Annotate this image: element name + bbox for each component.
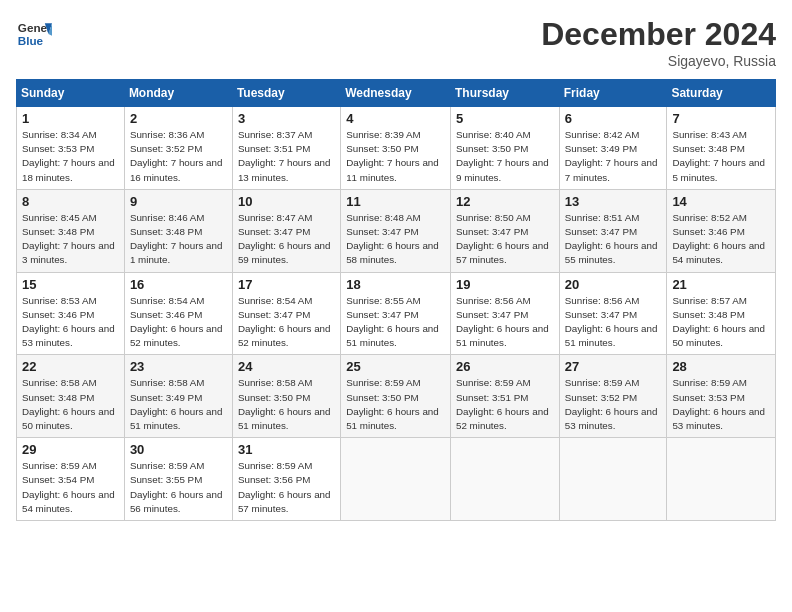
calendar-cell: 2Sunrise: 8:36 AMSunset: 3:52 PMDaylight… [124, 107, 232, 190]
calendar-cell: 12Sunrise: 8:50 AMSunset: 3:47 PMDayligh… [451, 189, 560, 272]
day-number: 30 [130, 442, 227, 457]
day-info: Sunrise: 8:59 AMSunset: 3:51 PMDaylight:… [456, 376, 554, 433]
day-number: 17 [238, 277, 335, 292]
day-info: Sunrise: 8:51 AMSunset: 3:47 PMDaylight:… [565, 211, 662, 268]
day-number: 16 [130, 277, 227, 292]
day-info: Sunrise: 8:36 AMSunset: 3:52 PMDaylight:… [130, 128, 227, 185]
day-info: Sunrise: 8:54 AMSunset: 3:47 PMDaylight:… [238, 294, 335, 351]
calendar-cell: 22Sunrise: 8:58 AMSunset: 3:48 PMDayligh… [17, 355, 125, 438]
day-number: 7 [672, 111, 770, 126]
day-number: 24 [238, 359, 335, 374]
calendar-week-row: 22Sunrise: 8:58 AMSunset: 3:48 PMDayligh… [17, 355, 776, 438]
calendar-cell: 13Sunrise: 8:51 AMSunset: 3:47 PMDayligh… [559, 189, 667, 272]
day-info: Sunrise: 8:34 AMSunset: 3:53 PMDaylight:… [22, 128, 119, 185]
day-number: 15 [22, 277, 119, 292]
day-number: 5 [456, 111, 554, 126]
day-info: Sunrise: 8:53 AMSunset: 3:46 PMDaylight:… [22, 294, 119, 351]
day-info: Sunrise: 8:59 AMSunset: 3:50 PMDaylight:… [346, 376, 445, 433]
calendar-cell: 26Sunrise: 8:59 AMSunset: 3:51 PMDayligh… [451, 355, 560, 438]
day-info: Sunrise: 8:56 AMSunset: 3:47 PMDaylight:… [565, 294, 662, 351]
logo-icon: General Blue [16, 16, 52, 52]
day-number: 14 [672, 194, 770, 209]
logo: General Blue [16, 16, 52, 52]
calendar-table: SundayMondayTuesdayWednesdayThursdayFrid… [16, 79, 776, 521]
calendar-cell: 9Sunrise: 8:46 AMSunset: 3:48 PMDaylight… [124, 189, 232, 272]
calendar-cell: 24Sunrise: 8:58 AMSunset: 3:50 PMDayligh… [232, 355, 340, 438]
day-info: Sunrise: 8:59 AMSunset: 3:56 PMDaylight:… [238, 459, 335, 516]
day-info: Sunrise: 8:58 AMSunset: 3:48 PMDaylight:… [22, 376, 119, 433]
calendar-cell: 5Sunrise: 8:40 AMSunset: 3:50 PMDaylight… [451, 107, 560, 190]
calendar-cell [559, 438, 667, 521]
calendar-cell: 3Sunrise: 8:37 AMSunset: 3:51 PMDaylight… [232, 107, 340, 190]
calendar-cell: 17Sunrise: 8:54 AMSunset: 3:47 PMDayligh… [232, 272, 340, 355]
day-header-thursday: Thursday [451, 80, 560, 107]
location: Sigayevo, Russia [541, 53, 776, 69]
day-info: Sunrise: 8:59 AMSunset: 3:55 PMDaylight:… [130, 459, 227, 516]
calendar-cell: 27Sunrise: 8:59 AMSunset: 3:52 PMDayligh… [559, 355, 667, 438]
day-number: 1 [22, 111, 119, 126]
day-number: 19 [456, 277, 554, 292]
day-number: 22 [22, 359, 119, 374]
calendar-cell: 30Sunrise: 8:59 AMSunset: 3:55 PMDayligh… [124, 438, 232, 521]
day-info: Sunrise: 8:58 AMSunset: 3:49 PMDaylight:… [130, 376, 227, 433]
day-number: 9 [130, 194, 227, 209]
day-number: 3 [238, 111, 335, 126]
calendar-cell: 10Sunrise: 8:47 AMSunset: 3:47 PMDayligh… [232, 189, 340, 272]
day-info: Sunrise: 8:56 AMSunset: 3:47 PMDaylight:… [456, 294, 554, 351]
day-number: 13 [565, 194, 662, 209]
day-info: Sunrise: 8:39 AMSunset: 3:50 PMDaylight:… [346, 128, 445, 185]
day-number: 20 [565, 277, 662, 292]
calendar-week-row: 29Sunrise: 8:59 AMSunset: 3:54 PMDayligh… [17, 438, 776, 521]
calendar-cell: 31Sunrise: 8:59 AMSunset: 3:56 PMDayligh… [232, 438, 340, 521]
calendar-cell: 8Sunrise: 8:45 AMSunset: 3:48 PMDaylight… [17, 189, 125, 272]
day-header-sunday: Sunday [17, 80, 125, 107]
day-number: 26 [456, 359, 554, 374]
calendar-week-row: 8Sunrise: 8:45 AMSunset: 3:48 PMDaylight… [17, 189, 776, 272]
day-info: Sunrise: 8:43 AMSunset: 3:48 PMDaylight:… [672, 128, 770, 185]
day-header-tuesday: Tuesday [232, 80, 340, 107]
day-info: Sunrise: 8:45 AMSunset: 3:48 PMDaylight:… [22, 211, 119, 268]
day-info: Sunrise: 8:59 AMSunset: 3:53 PMDaylight:… [672, 376, 770, 433]
day-number: 11 [346, 194, 445, 209]
calendar-cell: 19Sunrise: 8:56 AMSunset: 3:47 PMDayligh… [451, 272, 560, 355]
day-header-saturday: Saturday [667, 80, 776, 107]
calendar-cell: 23Sunrise: 8:58 AMSunset: 3:49 PMDayligh… [124, 355, 232, 438]
calendar-cell: 16Sunrise: 8:54 AMSunset: 3:46 PMDayligh… [124, 272, 232, 355]
day-number: 4 [346, 111, 445, 126]
day-number: 6 [565, 111, 662, 126]
svg-text:Blue: Blue [18, 34, 44, 47]
calendar-week-row: 1Sunrise: 8:34 AMSunset: 3:53 PMDaylight… [17, 107, 776, 190]
calendar-cell: 7Sunrise: 8:43 AMSunset: 3:48 PMDaylight… [667, 107, 776, 190]
day-header-wednesday: Wednesday [341, 80, 451, 107]
calendar-cell: 11Sunrise: 8:48 AMSunset: 3:47 PMDayligh… [341, 189, 451, 272]
day-info: Sunrise: 8:50 AMSunset: 3:47 PMDaylight:… [456, 211, 554, 268]
day-info: Sunrise: 8:55 AMSunset: 3:47 PMDaylight:… [346, 294, 445, 351]
day-info: Sunrise: 8:40 AMSunset: 3:50 PMDaylight:… [456, 128, 554, 185]
day-info: Sunrise: 8:54 AMSunset: 3:46 PMDaylight:… [130, 294, 227, 351]
day-number: 31 [238, 442, 335, 457]
day-info: Sunrise: 8:59 AMSunset: 3:54 PMDaylight:… [22, 459, 119, 516]
title-block: December 2024 Sigayevo, Russia [541, 16, 776, 69]
calendar-cell: 4Sunrise: 8:39 AMSunset: 3:50 PMDaylight… [341, 107, 451, 190]
day-number: 21 [672, 277, 770, 292]
day-number: 2 [130, 111, 227, 126]
day-info: Sunrise: 8:47 AMSunset: 3:47 PMDaylight:… [238, 211, 335, 268]
day-header-monday: Monday [124, 80, 232, 107]
calendar-cell: 25Sunrise: 8:59 AMSunset: 3:50 PMDayligh… [341, 355, 451, 438]
day-number: 8 [22, 194, 119, 209]
day-number: 29 [22, 442, 119, 457]
calendar-cell: 18Sunrise: 8:55 AMSunset: 3:47 PMDayligh… [341, 272, 451, 355]
day-info: Sunrise: 8:59 AMSunset: 3:52 PMDaylight:… [565, 376, 662, 433]
calendar-cell: 28Sunrise: 8:59 AMSunset: 3:53 PMDayligh… [667, 355, 776, 438]
calendar-cell: 15Sunrise: 8:53 AMSunset: 3:46 PMDayligh… [17, 272, 125, 355]
day-info: Sunrise: 8:46 AMSunset: 3:48 PMDaylight:… [130, 211, 227, 268]
day-info: Sunrise: 8:57 AMSunset: 3:48 PMDaylight:… [672, 294, 770, 351]
day-number: 18 [346, 277, 445, 292]
day-number: 23 [130, 359, 227, 374]
day-number: 27 [565, 359, 662, 374]
calendar-week-row: 15Sunrise: 8:53 AMSunset: 3:46 PMDayligh… [17, 272, 776, 355]
calendar-cell: 29Sunrise: 8:59 AMSunset: 3:54 PMDayligh… [17, 438, 125, 521]
calendar-cell: 20Sunrise: 8:56 AMSunset: 3:47 PMDayligh… [559, 272, 667, 355]
day-info: Sunrise: 8:58 AMSunset: 3:50 PMDaylight:… [238, 376, 335, 433]
day-info: Sunrise: 8:48 AMSunset: 3:47 PMDaylight:… [346, 211, 445, 268]
